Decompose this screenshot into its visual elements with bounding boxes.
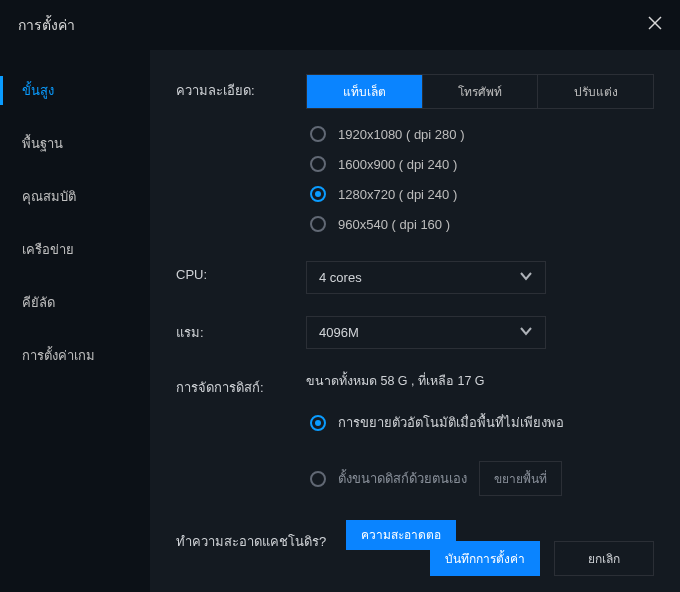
resolution-tabs: แท็บเล็ตโทรศัพท์ปรับแต่ง	[306, 74, 654, 109]
resolution-label: ความละเอียด:	[176, 74, 306, 101]
save-button[interactable]: บันทึกการตั้งค่า	[430, 541, 540, 576]
resolution-option-label: 1280x720 ( dpi 240 )	[338, 187, 457, 202]
disk-option-label: ตั้งขนาดดิสก์ด้วยตนเอง	[338, 468, 467, 489]
cpu-value: 4 cores	[319, 270, 362, 285]
chevron-down-icon	[519, 324, 533, 341]
cancel-button[interactable]: ยกเลิก	[554, 541, 654, 576]
window-title: การตั้งค่า	[18, 14, 75, 36]
disk-option-1[interactable]: ตั้งขนาดดิสก์ด้วยตนเองขยายพื้นที่	[306, 454, 654, 503]
chevron-down-icon	[519, 269, 533, 286]
sidebar-item-2[interactable]: คุณสมบัติ	[0, 170, 150, 223]
ram-select[interactable]: 4096M	[306, 316, 546, 349]
resolution-tab-0[interactable]: แท็บเล็ต	[307, 75, 422, 108]
sidebar-item-0[interactable]: ขั้นสูง	[0, 64, 150, 117]
sidebar-item-5[interactable]: การตั้งค่าเกม	[0, 329, 150, 382]
resolution-tab-1[interactable]: โทรศัพท์	[422, 75, 538, 108]
resolution-option-2[interactable]: 1280x720 ( dpi 240 )	[306, 179, 654, 209]
sidebar: ขั้นสูงพื้นฐานคุณสมบัติเครือข่ายคียัลัดก…	[0, 50, 150, 592]
ram-value: 4096M	[319, 325, 359, 340]
ram-label: แรม:	[176, 316, 306, 343]
sidebar-item-3[interactable]: เครือข่าย	[0, 223, 150, 276]
sidebar-item-1[interactable]: พื้นฐาน	[0, 117, 150, 170]
resolution-option-label: 1920x1080 ( dpi 280 )	[338, 127, 464, 142]
cpu-label: CPU:	[176, 261, 306, 282]
radio-icon	[310, 156, 326, 172]
radio-icon	[310, 415, 326, 431]
resolution-option-label: 1600x900 ( dpi 240 )	[338, 157, 457, 172]
resolution-tab-2[interactable]: ปรับแต่ง	[537, 75, 653, 108]
disk-info: ขนาดทั้งหมด 58 G , ที่เหลือ 17 G	[306, 371, 654, 391]
resolution-option-label: 960x540 ( dpi 160 )	[338, 217, 450, 232]
sidebar-item-4[interactable]: คียัลัด	[0, 276, 150, 329]
radio-icon	[310, 126, 326, 142]
radio-icon	[310, 216, 326, 232]
main-panel: ความละเอียด: แท็บเล็ตโทรศัพท์ปรับแต่ง 19…	[150, 50, 680, 592]
cpu-select[interactable]: 4 cores	[306, 261, 546, 294]
resolution-option-1[interactable]: 1600x900 ( dpi 240 )	[306, 149, 654, 179]
clean-label: ทำความสะอาดแคชโนดิร?	[176, 525, 346, 552]
resolution-option-3[interactable]: 960x540 ( dpi 160 )	[306, 209, 654, 239]
resolution-option-0[interactable]: 1920x1080 ( dpi 280 )	[306, 119, 654, 149]
expand-disk-button[interactable]: ขยายพื้นที่	[479, 461, 562, 496]
disk-option-0[interactable]: การขยายตัวอัตโนมัติเมื่อพื้นที่ไม่เพียงพ…	[306, 405, 654, 440]
disk-option-label: การขยายตัวอัตโนมัติเมื่อพื้นที่ไม่เพียงพ…	[338, 412, 564, 433]
radio-icon	[310, 186, 326, 202]
radio-icon	[310, 471, 326, 487]
disk-label: การจัดการดิสก์:	[176, 371, 306, 398]
close-icon[interactable]	[648, 16, 662, 34]
